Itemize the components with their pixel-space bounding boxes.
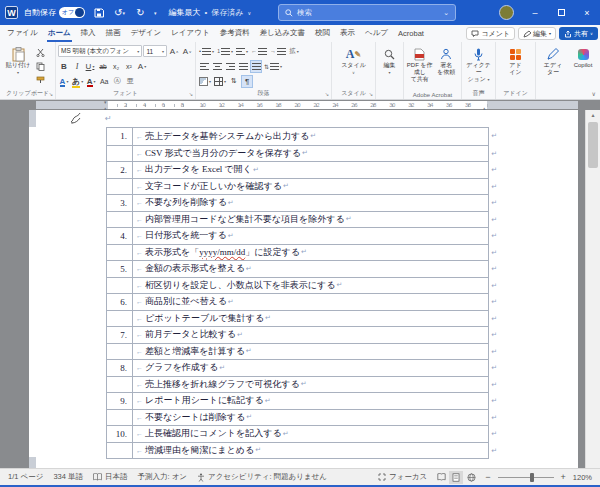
- numbering-icon[interactable]: 1▾: [216, 45, 234, 58]
- row-text-cell[interactable]: ←不要なシートは削除する↵: [133, 410, 488, 426]
- quick-access-caret-icon[interactable]: ▾: [154, 10, 157, 16]
- tab-表示[interactable]: 表示: [335, 25, 360, 42]
- read-mode-button[interactable]: [434, 471, 448, 484]
- print-layout-button[interactable]: [449, 471, 463, 484]
- character-shading-icon[interactable]: Aa: [98, 75, 110, 88]
- decrease-indent-icon[interactable]: ←: [250, 45, 268, 58]
- enclose-characters-icon[interactable]: Ⓐ: [111, 75, 123, 88]
- row-number-cell[interactable]: [107, 179, 133, 195]
- row-number-cell[interactable]: [107, 278, 133, 294]
- highlight-color-icon[interactable]: あ▾: [71, 75, 84, 88]
- bullets-icon[interactable]: •▾: [198, 45, 215, 58]
- paragraph-dialog-launcher-icon[interactable]: ↘: [325, 92, 329, 97]
- tab-描画[interactable]: 描画: [101, 25, 126, 42]
- tab-校閲[interactable]: 校閲: [310, 25, 335, 42]
- row-number-cell[interactable]: 3.: [107, 195, 133, 211]
- row-text-cell[interactable]: ←金額の表示形式を整える↵: [133, 261, 488, 277]
- tab-参考資料[interactable]: 参考資料: [215, 25, 255, 42]
- row-text-cell[interactable]: ←出力データを Excel で開く↵: [133, 162, 488, 178]
- row-number-cell[interactable]: 2.: [107, 162, 133, 178]
- asian-layout-icon[interactable]: 拡▾: [288, 45, 300, 58]
- ime-prediction[interactable]: 予測入力: オン: [137, 472, 187, 482]
- paste-button[interactable]: 貼り付け ▾: [2, 44, 34, 88]
- row-number-cell[interactable]: 1.: [107, 128, 133, 145]
- row-number-cell[interactable]: [107, 245, 133, 261]
- undo-icon[interactable]: ↺▾: [112, 5, 127, 21]
- focus-mode-button[interactable]: フォーカス: [378, 472, 427, 482]
- word-logo-icon[interactable]: W: [5, 6, 18, 19]
- addins-button[interactable]: アド イン: [498, 44, 533, 76]
- multilevel-list-icon[interactable]: ▾: [235, 45, 249, 58]
- row-number-cell[interactable]: [107, 344, 133, 360]
- search-dropdown-icon[interactable]: ⌄: [443, 9, 449, 17]
- scrollbar-thumb[interactable]: [588, 122, 598, 168]
- autosave-toggle[interactable]: 自動保存 オフ: [24, 7, 85, 18]
- italic-icon[interactable]: I: [71, 60, 83, 73]
- word-count[interactable]: 334 単語: [53, 472, 83, 482]
- comments-button[interactable]: コメント: [466, 27, 515, 40]
- proofing-status[interactable]: 日本語: [93, 472, 128, 482]
- vertical-ruler[interactable]: [29, 110, 36, 468]
- tab-レイアウト[interactable]: レイアウト: [166, 25, 214, 42]
- row-text-cell[interactable]: ←上長確認用にコメントを記入する↵: [133, 426, 488, 442]
- document-title[interactable]: 編集最大 • 保存済み ∨: [169, 7, 252, 18]
- grow-font-icon[interactable]: A˄: [168, 45, 180, 58]
- font-size-select[interactable]: 11 ▾: [143, 45, 167, 57]
- web-layout-button[interactable]: [464, 471, 478, 484]
- row-number-cell[interactable]: 4.: [107, 228, 133, 244]
- row-text-cell[interactable]: ←表示形式を「yyyy/mm/dd」に設定する↵: [133, 245, 488, 261]
- row-text-cell[interactable]: ←売上データを基幹システムから出力する↵: [133, 128, 488, 145]
- align-right-icon[interactable]: [224, 60, 236, 73]
- row-text-cell[interactable]: ←前月データと比較する↵: [133, 327, 488, 343]
- styles-dialog-launcher-icon[interactable]: ↘: [369, 92, 373, 97]
- font-name-select[interactable]: MS 明朝 (本文のフォン ▾: [58, 45, 142, 57]
- row-number-cell[interactable]: 10.: [107, 426, 133, 442]
- row-number-cell[interactable]: 5.: [107, 261, 133, 277]
- phonetic-guide-icon[interactable]: 亜: [124, 75, 136, 88]
- copilot-button[interactable]: Copilot: [568, 44, 598, 88]
- align-center-icon[interactable]: [211, 60, 223, 73]
- request-signatures-button[interactable]: 署名 を依頼: [433, 44, 459, 88]
- row-text-cell[interactable]: ←グラフを作成する↵: [133, 360, 488, 376]
- row-number-cell[interactable]: [107, 443, 133, 459]
- zoom-level[interactable]: 120%: [573, 473, 592, 482]
- save-icon[interactable]: [91, 5, 106, 21]
- row-text-cell[interactable]: ←増減理由を簡潔にまとめる↵: [133, 443, 488, 459]
- close-button[interactable]: ×: [574, 0, 600, 25]
- row-text-cell[interactable]: ←差額と増減率を計算する↵: [133, 344, 488, 360]
- tab-差し込み文書[interactable]: 差し込み文書: [255, 25, 310, 42]
- editor-button[interactable]: エディ ター: [538, 44, 568, 88]
- subscript-icon[interactable]: x₂: [110, 60, 122, 73]
- row-number-cell[interactable]: [107, 212, 133, 228]
- horizontal-ruler[interactable]: ▾ ▴ ▴ 2468101214161820222426283032343638: [0, 100, 600, 110]
- format-painter-icon[interactable]: [34, 74, 46, 87]
- font-dialog-launcher-icon[interactable]: ↘: [189, 92, 193, 97]
- tab-デザイン[interactable]: デザイン: [126, 25, 167, 42]
- tab-ホーム[interactable]: ホーム: [43, 25, 76, 42]
- text-effects-icon[interactable]: A▾: [58, 75, 70, 88]
- distribute-text-icon[interactable]: [250, 60, 262, 73]
- zoom-in-button[interactable]: +: [561, 472, 566, 482]
- tab-ファイル[interactable]: ファイル: [2, 25, 43, 42]
- vertical-scrollbar[interactable]: ▴: [585, 110, 600, 468]
- row-number-cell[interactable]: 8.: [107, 360, 133, 376]
- accessibility-status[interactable]: アクセシビリティ: 問題ありません: [197, 472, 327, 482]
- share-button[interactable]: 共有 ∨: [559, 27, 598, 40]
- row-number-cell[interactable]: [107, 146, 133, 162]
- dictation-button[interactable]: ディクテー ション ▾: [464, 44, 493, 83]
- styles-button[interactable]: A✎ スタイル ∨: [334, 44, 373, 76]
- first-line-indent-marker[interactable]: ▾: [104, 100, 107, 104]
- copy-icon[interactable]: [34, 60, 46, 73]
- strikethrough-icon[interactable]: ab: [97, 60, 109, 73]
- font-color-icon[interactable]: A▾: [85, 75, 97, 88]
- page-indicator[interactable]: 1/1 ページ: [8, 472, 43, 482]
- row-text-cell[interactable]: ←文字コードが正しいかを確認する↵: [133, 179, 488, 195]
- cut-icon[interactable]: [34, 46, 46, 59]
- restore-button[interactable]: [548, 0, 574, 25]
- minimize-button[interactable]: –: [522, 0, 548, 25]
- justify-icon[interactable]: [237, 60, 249, 73]
- row-text-cell[interactable]: ←不要な列を削除する↵: [133, 195, 488, 211]
- autosave-switch[interactable]: オフ: [59, 7, 85, 18]
- scroll-up-icon[interactable]: ▴: [586, 111, 600, 118]
- row-number-cell[interactable]: 6.: [107, 294, 133, 310]
